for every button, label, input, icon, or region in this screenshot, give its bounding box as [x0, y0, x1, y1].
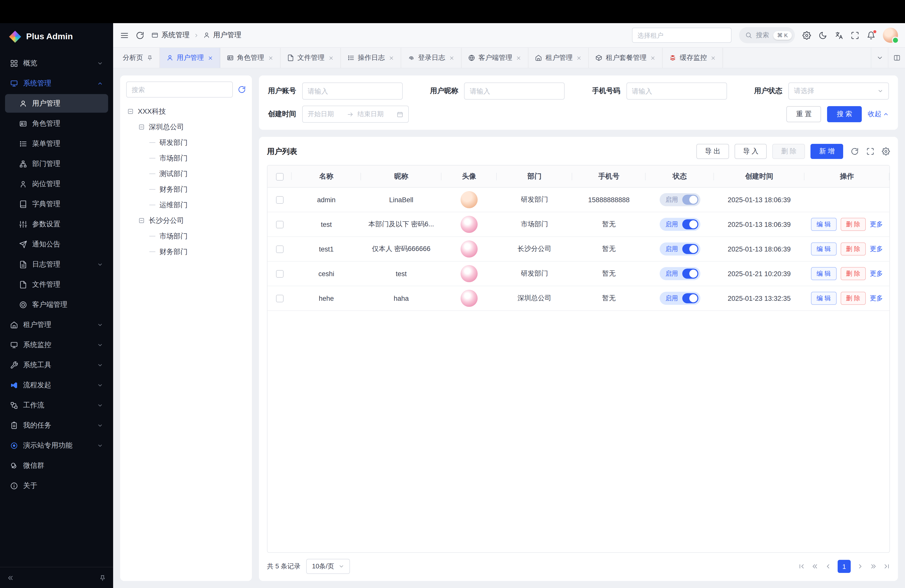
sidebar-item[interactable]: 日志管理	[5, 255, 108, 273]
delete-button[interactable]: 删 除	[773, 144, 805, 159]
tab-close-icon[interactable]	[516, 55, 521, 60]
tree-collapse-icon[interactable]	[138, 217, 145, 224]
sidebar-item[interactable]: 字典管理	[5, 195, 108, 213]
status-toggle[interactable]: 启用	[659, 242, 700, 256]
sidebar-item[interactable]: 系统管理	[5, 74, 108, 92]
column-header[interactable]: 昵称	[361, 172, 441, 181]
tenant-select-input[interactable]	[632, 28, 731, 43]
search-button[interactable]: 搜 索	[827, 106, 862, 122]
tree-node[interactable]: 财务部门	[126, 181, 246, 197]
pin-sidebar-button[interactable]	[99, 574, 106, 581]
more-button[interactable]: 更多	[870, 220, 883, 229]
column-header[interactable]: 部门	[497, 172, 572, 181]
column-header[interactable]: 名称	[292, 172, 361, 181]
tree-refresh-icon[interactable]	[238, 86, 246, 94]
tab[interactable]: 租户套餐管理	[589, 48, 663, 68]
sidebar-item[interactable]: 租户管理	[5, 315, 108, 334]
toggle-switch[interactable]	[682, 195, 698, 205]
sidebar-item[interactable]: 用户管理	[5, 94, 108, 113]
tab-close-icon[interactable]	[328, 55, 333, 60]
row-delete-button[interactable]: 删 除	[840, 218, 866, 231]
table-fullscreen-icon[interactable]	[866, 147, 874, 156]
tab-close-icon[interactable]	[268, 55, 273, 60]
global-search-button[interactable]: 搜索 ⌘ K	[739, 27, 795, 43]
status-toggle[interactable]: 启用	[659, 193, 700, 206]
sidebar-item[interactable]: 系统工具	[5, 356, 108, 374]
status-toggle[interactable]: 启用	[659, 218, 700, 231]
row-checkbox[interactable]	[276, 196, 283, 204]
status-select[interactable]: 请选择	[788, 83, 889, 100]
tab[interactable]: 文件管理	[280, 48, 341, 68]
sidebar-item[interactable]: 演示站专用功能	[5, 436, 108, 455]
sidebar-item[interactable]: 文件管理	[5, 275, 108, 294]
row-delete-button[interactable]: 删 除	[840, 292, 866, 305]
column-header[interactable]: 头像	[441, 172, 497, 181]
row-checkbox[interactable]	[276, 245, 283, 253]
reset-button[interactable]: 重 置	[787, 106, 821, 122]
tree-collapse-icon[interactable]	[127, 108, 134, 115]
tab[interactable]: 客户端管理	[461, 48, 529, 68]
tree-collapse-icon[interactable]	[138, 124, 145, 130]
sidebar-item[interactable]: 客户端管理	[5, 295, 108, 314]
sidebar-item[interactable]: 部门管理	[5, 154, 108, 173]
tab-close-icon[interactable]	[710, 55, 716, 60]
row-checkbox[interactable]	[276, 295, 283, 302]
next-page-button[interactable]	[857, 563, 864, 570]
export-button[interactable]: 导 出	[696, 144, 729, 159]
sidebar-item[interactable]: 工作流	[5, 396, 108, 415]
hamburger-menu-icon[interactable]	[120, 31, 129, 40]
sidebar-item[interactable]: 通知公告	[5, 235, 108, 254]
column-header[interactable]: 状态	[646, 172, 714, 181]
edit-button[interactable]: 编 辑	[811, 242, 837, 256]
sidebar-item[interactable]: 系统监控	[5, 335, 108, 354]
tab-close-icon[interactable]	[449, 55, 454, 60]
tab[interactable]: 分析页	[116, 48, 160, 68]
toggle-switch[interactable]	[682, 293, 698, 303]
column-header[interactable]: 手机号	[572, 172, 646, 181]
sidebar-item[interactable]: 微信群	[5, 456, 108, 475]
prev-page-button[interactable]	[824, 563, 832, 570]
refresh-page-icon[interactable]	[136, 31, 144, 40]
prev-5-pages-button[interactable]	[811, 563, 819, 570]
current-page-button[interactable]: 1	[838, 560, 851, 573]
tab[interactable]: 操作日志	[341, 48, 401, 68]
tab-list-dropdown-icon[interactable]	[871, 48, 888, 68]
tree-node[interactable]: 测试部门	[126, 166, 246, 181]
toggle-switch[interactable]	[682, 269, 698, 279]
tree-node[interactable]: 运维部门	[126, 197, 246, 213]
tab[interactable]: 用户管理	[160, 48, 220, 68]
sidebar-item[interactable]: 关于	[5, 476, 108, 495]
page-size-select[interactable]: 10条/页	[306, 559, 350, 574]
tab[interactable]: 租户管理	[529, 48, 589, 68]
first-page-button[interactable]	[799, 563, 805, 570]
tree-node[interactable]: 市场部门	[126, 150, 246, 166]
sidebar-item[interactable]: 菜单管理	[5, 134, 108, 153]
breadcrumb-item[interactable]: 系统管理	[151, 31, 189, 40]
tab-close-icon[interactable]	[650, 55, 656, 60]
more-button[interactable]: 更多	[870, 245, 883, 254]
app-logo[interactable]: Plus Admin	[0, 23, 113, 50]
sidebar-item[interactable]: 岗位管理	[5, 175, 108, 193]
sidebar-item[interactable]: 角色管理	[5, 114, 108, 133]
table-settings-icon[interactable]	[882, 147, 890, 156]
tree-node[interactable]: 市场部门	[126, 228, 246, 244]
language-icon[interactable]	[835, 31, 843, 40]
last-page-button[interactable]	[883, 563, 890, 570]
tree-node[interactable]: 研发部门	[126, 135, 246, 150]
row-checkbox[interactable]	[276, 221, 283, 228]
add-button[interactable]: 新 增	[810, 144, 843, 159]
toggle-switch[interactable]	[682, 219, 698, 229]
row-checkbox[interactable]	[276, 270, 283, 278]
notifications-bell-icon[interactable]	[867, 31, 875, 40]
sidebar-item[interactable]: 概览	[5, 54, 108, 72]
edit-button[interactable]: 编 辑	[811, 267, 837, 280]
more-button[interactable]: 更多	[870, 294, 883, 303]
tree-search-input[interactable]	[126, 81, 233, 98]
user-avatar[interactable]	[883, 28, 898, 43]
collapse-filter-link[interactable]: 收起	[868, 110, 889, 119]
sidebar-item[interactable]: 我的任务	[5, 416, 108, 435]
select-all-checkbox[interactable]	[276, 173, 283, 181]
more-button[interactable]: 更多	[870, 269, 883, 278]
tree-node[interactable]: 长沙分公司	[126, 213, 246, 228]
tab[interactable]: 角色管理	[220, 48, 280, 68]
